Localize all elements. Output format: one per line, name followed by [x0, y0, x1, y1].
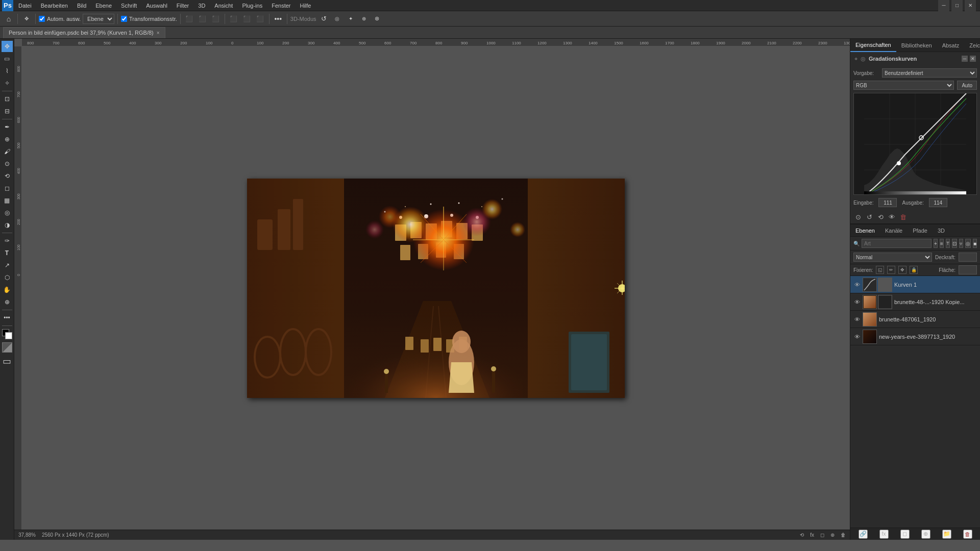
transform-checkbox[interactable]	[121, 16, 127, 22]
layer-visibility-brunette-copy[interactable]: 👁	[853, 298, 861, 306]
curves-icon-reset[interactable]: ↺	[865, 212, 874, 221]
home-btn[interactable]: ⌂	[3, 13, 14, 24]
eyedropper-tool[interactable]: ✒	[2, 121, 13, 133]
menu-filter[interactable]: Filter	[173, 2, 193, 10]
canvas-area[interactable]: 800 700 600 500 400 300 200 100 0 100 20…	[14, 39, 850, 540]
curves-icon-eye[interactable]: 👁	[887, 212, 896, 221]
align-center-btn[interactable]: ⬛	[197, 13, 208, 24]
lock-position-btn[interactable]: ✥	[898, 266, 906, 274]
panel-close-btn[interactable]: ✕	[970, 56, 976, 62]
menu-ebene[interactable]: Ebene	[91, 2, 116, 10]
tab-ebenen[interactable]: Ebenen	[850, 224, 880, 237]
eraser-tool[interactable]: ◻	[2, 183, 13, 194]
layer-options-btn[interactable]: ≡	[940, 239, 944, 248]
color-foreground[interactable]	[2, 329, 12, 339]
more-options-btn[interactable]: •••	[273, 13, 284, 24]
layer-link-btn[interactable]: 🔗	[859, 530, 868, 539]
layer-folder-btn[interactable]: 📁	[942, 530, 951, 539]
tab-3d[interactable]: 3D	[933, 224, 950, 237]
lock-all-btn[interactable]: 🔒	[910, 266, 918, 274]
layer-filter-mode-btn[interactable]: ▿	[959, 239, 963, 248]
auto-btn[interactable]: Auto	[957, 81, 977, 90]
status-fx-btn[interactable]: fx	[810, 532, 814, 538]
input-field[interactable]: 111	[878, 198, 897, 207]
layers-search-input[interactable]	[862, 239, 932, 248]
hand-tool[interactable]: ✋	[2, 284, 13, 295]
magic-wand-tool[interactable]: ✧	[2, 78, 13, 89]
layer-mask-btn[interactable]: ◻	[900, 530, 910, 539]
pen-tool[interactable]: ✑	[2, 235, 13, 246]
menu-datei[interactable]: Datei	[14, 2, 36, 10]
curves-icon-delete[interactable]: 🗑	[898, 212, 908, 221]
move-tool[interactable]: ✥	[2, 41, 13, 52]
screen-mode-btn[interactable]: ▭	[3, 356, 11, 367]
window-close[interactable]: ✕	[965, 0, 976, 11]
status-mask-btn[interactable]: ◻	[820, 532, 824, 538]
align-right-btn[interactable]: ⬛	[210, 13, 222, 24]
layer-filter-color-btn[interactable]: ■	[973, 239, 977, 248]
align-middle-btn[interactable]: ⬛	[241, 13, 253, 24]
path-tool[interactable]: ↗	[2, 260, 13, 271]
3d-btn3[interactable]: ✦	[345, 13, 356, 24]
layer-visibility-brunette[interactable]: 👁	[853, 316, 861, 323]
tab-close-btn[interactable]: ×	[157, 30, 160, 36]
tab-pfade[interactable]: Pfade	[908, 224, 933, 237]
tab-absatz[interactable]: Absatz	[937, 39, 965, 52]
layer-filter-smart-btn[interactable]: ◎	[965, 239, 971, 248]
lock-image-btn[interactable]: ✏	[887, 266, 895, 274]
curves-graph[interactable]	[853, 93, 977, 195]
dodge-tool[interactable]: ◑	[2, 219, 13, 231]
lasso-tool[interactable]: ⌇	[2, 65, 13, 77]
layer-item-brunette[interactable]: 👁 brunette-487061_1920	[850, 311, 980, 328]
crop-tool[interactable]: ⊡	[2, 93, 13, 105]
layer-filter-attr-btn[interactable]: ⊡	[952, 239, 957, 248]
tab-kanaele[interactable]: Kanäle	[880, 224, 908, 237]
menu-bild[interactable]: Bild	[73, 2, 90, 10]
align-left-btn[interactable]: ⬛	[184, 13, 195, 24]
canvas-scroll[interactable]	[22, 46, 850, 530]
text-tool[interactable]: T	[2, 247, 13, 259]
lock-transparent-btn[interactable]: ◱	[876, 266, 884, 274]
shape-tool[interactable]: ⬡	[2, 272, 13, 283]
heal-tool[interactable]: ⊕	[2, 134, 13, 145]
ebene-dropdown[interactable]: Ebene	[83, 14, 114, 24]
menu-3d[interactable]: 3D	[194, 2, 209, 10]
slice-tool[interactable]: ⊟	[2, 106, 13, 117]
brush-tool[interactable]: 🖌	[2, 146, 13, 157]
layer-visibility-kurven[interactable]: 👁	[853, 281, 861, 288]
menu-bearbeiten[interactable]: Bearbeiten	[37, 2, 72, 10]
menu-ansicht[interactable]: Ansicht	[210, 2, 237, 10]
status-delete-btn[interactable]: 🗑	[841, 532, 846, 538]
opacity-input[interactable]: 100%	[959, 253, 977, 262]
menu-hilfe[interactable]: Hilfe	[296, 2, 315, 10]
3d-btn2[interactable]: ◎	[332, 13, 343, 24]
curves-icon-prev[interactable]: ⟲	[876, 212, 885, 221]
zoom-tool[interactable]: ⊕	[2, 296, 13, 308]
blend-mode-dropdown[interactable]: Normal	[853, 253, 932, 262]
panel-minimize-btn[interactable]: ─	[962, 56, 968, 62]
layer-fx-btn[interactable]: fx	[879, 530, 889, 539]
channel-dropdown[interactable]: RGB	[853, 81, 954, 90]
3d-btn4[interactable]: ⊕	[358, 13, 370, 24]
menu-schrift[interactable]: Schrift	[117, 2, 141, 10]
quick-mask-btn[interactable]	[2, 342, 12, 353]
app-logo[interactable]: Ps	[2, 0, 13, 11]
layer-filter-type-btn[interactable]: T	[946, 239, 950, 248]
auto-select-checkbox[interactable]	[39, 16, 45, 22]
fill-input[interactable]: 100%	[959, 265, 977, 274]
window-restore[interactable]: □	[951, 0, 963, 11]
layer-adjustment-btn[interactable]: ⊕	[921, 530, 930, 539]
layer-item-newyearseve[interactable]: 👁 new-years-eve-3897713_1920	[850, 328, 980, 345]
status-history-btn[interactable]: ⟲	[800, 532, 804, 538]
move-tool-btn[interactable]: ✥	[21, 13, 32, 24]
curves-icon-target[interactable]: ⊙	[853, 212, 863, 221]
more-tools-btn[interactable]: •••	[2, 312, 13, 323]
layer-item-kurven[interactable]: 👁 Kurven 1	[850, 276, 980, 293]
layer-item-brunette-copy[interactable]: 👁 brunette-48-...-1920 Kopie...	[850, 293, 980, 311]
output-field[interactable]: 114	[929, 198, 947, 207]
layer-add-btn[interactable]: +	[934, 239, 938, 248]
layer-visibility-newyearseve[interactable]: 👁	[853, 333, 861, 340]
layer-delete-btn[interactable]: 🗑	[963, 530, 972, 539]
clone-tool[interactable]: ⊙	[2, 158, 13, 169]
selection-tool[interactable]: ▭	[2, 53, 13, 64]
